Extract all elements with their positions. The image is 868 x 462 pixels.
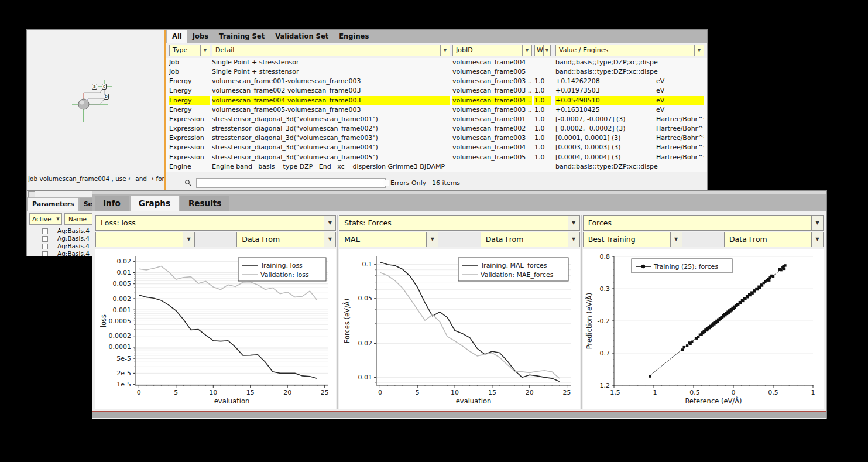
- tab-parameters[interactable]: Parameters: [28, 198, 78, 211]
- svg-text:0.1: 0.1: [362, 261, 372, 268]
- forces-graph-select[interactable]: Forces▼: [583, 215, 824, 231]
- table-row[interactable]: Energyvolumescan_frame001-volumescan_fra…: [166, 77, 707, 86]
- table-row[interactable]: Energyvolumescan_frame005-volumescan_fra…: [166, 105, 707, 115]
- cell-value: band;;basis;;type;DZP;xc;;dispe: [555, 67, 704, 77]
- cell-value: band;;basis;;type;DZP;xc;;dispe: [555, 162, 704, 172]
- search-input[interactable]: [196, 178, 386, 188]
- horizontal-scrollbar[interactable]: [92, 410, 826, 419]
- table-row[interactable]: JobSingle Point + stresstensorvolumescan…: [166, 67, 707, 77]
- column-filter-value-engines[interactable]: Value / Engines▼: [555, 45, 704, 56]
- spacer: [438, 232, 480, 247]
- tab-results[interactable]: Results: [180, 196, 229, 211]
- chevron-down-icon[interactable]: ▼: [183, 232, 194, 247]
- svg-text:20: 20: [283, 389, 291, 396]
- chevron-down-icon[interactable]: ▼: [543, 45, 550, 56]
- tab-settings[interactable]: Settin: [80, 198, 92, 211]
- cell-type: Job: [169, 67, 210, 77]
- svg-text:15: 15: [246, 389, 254, 396]
- chevron-down-icon[interactable]: ▼: [324, 232, 335, 247]
- parameters-rows: Ag:Basis.4Ag:Basis.4Ag:Basis.4Ag:Basis.4: [27, 227, 92, 256]
- items-count: 16 items: [432, 179, 460, 187]
- active-checkbox[interactable]: [42, 244, 48, 249]
- svg-text:0.005: 0.005: [112, 280, 131, 288]
- cell-unit: Hartree/Bohr^³: [656, 124, 704, 134]
- column-filter-w[interactable]: W▼: [534, 45, 551, 56]
- molecule-viewer[interactable]: a c b: [27, 30, 164, 174]
- loss-graph-select[interactable]: Loss: loss▼: [95, 215, 336, 231]
- parameter-row[interactable]: Ag:Basis.4: [27, 242, 92, 250]
- chevron-down-icon[interactable]: ▼: [324, 216, 335, 230]
- forces-data-from-select[interactable]: Data From▼: [724, 232, 824, 247]
- active-checkbox[interactable]: [42, 228, 48, 234]
- cell-weight: 1.0: [534, 134, 551, 143]
- forces-filter-select[interactable]: Best Training▼: [583, 232, 682, 247]
- parameter-row[interactable]: Ag:Basis.4: [27, 227, 92, 235]
- table-row[interactable]: Energyvolumescan_frame004-volumescan_fra…: [166, 96, 707, 105]
- spacer: [195, 232, 236, 247]
- svg-text:0.01: 0.01: [358, 374, 372, 381]
- column-filter-name[interactable]: Name: [64, 213, 92, 225]
- cell-type: Energy: [169, 86, 210, 95]
- cell-jobid: volumescan_frame005: [452, 67, 532, 77]
- column-filter-type[interactable]: Type▼: [169, 45, 210, 56]
- chevron-down-icon[interactable]: ▼: [670, 232, 682, 247]
- active-checkbox[interactable]: [42, 236, 48, 242]
- tab-graphs[interactable]: Graphs: [131, 196, 179, 211]
- cell-detail: volumescan_frame001-volumescan_frame003: [212, 77, 450, 86]
- stats-graph-select[interactable]: Stats: Forces▼: [339, 215, 579, 231]
- cell-detail: Single Point + stresstensor: [212, 67, 450, 77]
- active-checkbox[interactable]: [42, 251, 48, 256]
- cell-detail: stresstensor_diagonal_3d("volumescan_fra…: [212, 143, 450, 152]
- svg-text:evaluation: evaluation: [456, 397, 492, 405]
- graphs-tabbar: Info Graphs Results: [92, 194, 826, 211]
- loss-filter-select[interactable]: ▼: [95, 232, 195, 247]
- tab-all[interactable]: All: [167, 30, 187, 43]
- tab-info[interactable]: Info: [95, 196, 129, 211]
- parameters-tabbar: Parameters Settin: [27, 197, 92, 211]
- svg-text:15: 15: [488, 389, 496, 396]
- table-row[interactable]: Expressionstresstensor_diagonal_3d("volu…: [166, 143, 707, 152]
- table-row[interactable]: Energyvolumescan_frame002-volumescan_fra…: [166, 86, 707, 95]
- table-row[interactable]: Expressionstresstensor_diagonal_3d("volu…: [166, 124, 707, 134]
- tab-validation-set[interactable]: Validation Set: [270, 30, 333, 43]
- column-filter-active[interactable]: Active▼: [29, 213, 62, 225]
- svg-text:Training: loss: Training: loss: [260, 262, 303, 269]
- chevron-down-icon[interactable]: ▼: [200, 45, 210, 56]
- tab-training-set[interactable]: Training Set: [214, 30, 269, 43]
- chevron-down-icon[interactable]: ▼: [811, 232, 823, 247]
- errors-only-checkbox[interactable]: [383, 180, 389, 186]
- graphs-window: Info Graphs Results Loss: loss▼ ▼ Data F…: [92, 190, 827, 419]
- stats-filter-select[interactable]: MAE▼: [339, 232, 438, 247]
- chevron-down-icon[interactable]: ▼: [440, 45, 450, 56]
- parameter-row[interactable]: Ag:Basis.4: [27, 250, 92, 256]
- chevron-down-icon[interactable]: ▼: [694, 45, 704, 56]
- table-row[interactable]: JobSingle Point + stresstensorvolumescan…: [166, 58, 707, 67]
- table-row[interactable]: Expressionstresstensor_diagonal_3d("volu…: [166, 115, 707, 124]
- errors-only-label[interactable]: Errors Only: [390, 179, 426, 187]
- tab-jobs[interactable]: Jobs: [188, 30, 213, 43]
- svg-text:0.001: 0.001: [112, 306, 131, 314]
- chevron-down-icon[interactable]: ▼: [568, 232, 579, 247]
- column-filter-jobid[interactable]: JobID▼: [452, 45, 532, 56]
- table-row[interactable]: Expressionstresstensor_diagonal_3d("volu…: [166, 153, 707, 162]
- stats-data-from-select[interactable]: Data From▼: [481, 232, 580, 247]
- svg-text:0: 0: [378, 389, 382, 396]
- cell-jobid: volumescan_frame004 ...: [452, 96, 532, 105]
- chevron-down-icon[interactable]: ▼: [568, 216, 579, 230]
- table-row[interactable]: Expressionstresstensor_diagonal_3d("volu…: [166, 134, 707, 143]
- chevron-down-icon[interactable]: ▼: [54, 214, 61, 224]
- column-filter-detail[interactable]: Detail▼: [212, 45, 450, 56]
- svg-text:0.0002: 0.0002: [108, 332, 131, 340]
- cell-unit: Hartree/Bohr^³: [656, 153, 704, 162]
- chevron-down-icon[interactable]: ▼: [522, 45, 531, 56]
- cell-type: Expression: [169, 143, 210, 152]
- chevron-down-icon[interactable]: ▼: [426, 232, 438, 247]
- cell-unit: eV: [656, 96, 664, 105]
- chevron-down-icon[interactable]: ▼: [811, 216, 823, 230]
- svg-text:10: 10: [209, 389, 217, 396]
- tab-engines[interactable]: Engines: [334, 30, 373, 43]
- loss-data-from-select[interactable]: Data From▼: [236, 232, 336, 247]
- svg-text:0.3: 0.3: [600, 285, 610, 293]
- parameter-row[interactable]: Ag:Basis.4: [27, 235, 92, 242]
- table-row[interactable]: EngineEngine band basis type DZP End xc …: [166, 162, 707, 172]
